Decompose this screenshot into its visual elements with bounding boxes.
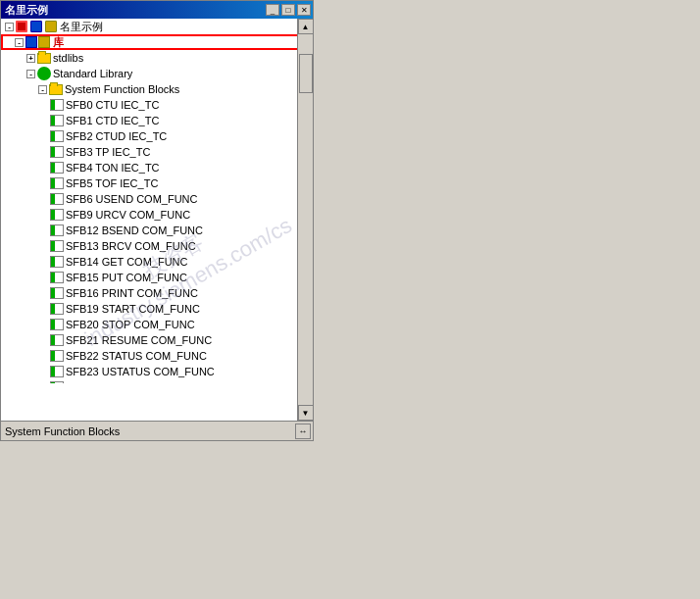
tree-item-sfb0[interactable]: SFB0 CTU IEC_TC — [1, 97, 299, 113]
main-container: 名里示例 _ □ ✕ - 名里示例 — [0, 0, 700, 599]
sfb0-label: SFB0 CTU IEC_TC — [66, 99, 159, 111]
sfb15-label: SFB15 PUT COM_FUNC — [66, 272, 187, 283]
scroll-track[interactable] — [298, 34, 313, 405]
tree-item-sfb14[interactable]: SFB14 GET COM_FUNC — [1, 254, 299, 270]
tree-item-sfb23[interactable]: SFB23 USTATUS COM_FUNC — [1, 364, 299, 379]
sfb19-label: SFB19 START COM_FUNC — [66, 303, 200, 315]
sfb16-block-icon — [50, 287, 64, 299]
tree-item-sfb22[interactable]: SFB22 STATUS COM_FUNC — [1, 348, 299, 364]
tree-item-sfb21[interactable]: SFB21 RESUME COM_FUNC — [1, 332, 299, 348]
expand-icon-root[interactable]: - — [5, 23, 14, 31]
sfb4-label: SFB4 TON IEC_TC — [66, 162, 160, 174]
tree-item-sfb1[interactable]: SFB1 CTD IEC_TC — [1, 113, 299, 128]
maximize-button[interactable]: □ — [281, 4, 295, 16]
tree-item-sfb6[interactable]: SFB6 USEND COM_FUNC — [1, 191, 299, 207]
standard-library-icon — [37, 67, 51, 80]
sfb-folder-icon — [49, 84, 63, 95]
tree-item-stdlibs[interactable]: + stdlibs — [1, 50, 299, 66]
sfb6-block-icon — [50, 193, 64, 205]
sfb29-label: SFB29 HS_COUNT COUNTERS — [66, 381, 225, 383]
tree-area[interactable]: - 名里示例 - 库 — [1, 19, 299, 383]
sfb2-block-icon — [50, 130, 64, 142]
sfb3-block-icon — [50, 146, 64, 158]
sfb1-label: SFB1 CTD IEC_TC — [66, 115, 159, 126]
status-text: System Function Blocks — [5, 425, 120, 437]
root-label: 名里示例 — [60, 20, 103, 34]
sfb13-block-icon — [50, 240, 64, 252]
sfb1-block-icon — [50, 115, 64, 126]
sfb0-block-icon — [50, 99, 64, 111]
sfb14-block-icon — [50, 256, 64, 268]
tree-item-sfb19[interactable]: SFB19 START COM_FUNC — [1, 301, 299, 317]
sfb14-label: SFB14 GET COM_FUNC — [66, 256, 188, 268]
ku-yellow-icon — [38, 36, 50, 48]
tree-item-ku[interactable]: - 库 — [1, 34, 299, 50]
root-red-icon — [16, 21, 27, 32]
sfb23-label: SFB23 USTATUS COM_FUNC — [66, 366, 215, 377]
sfb19-block-icon — [50, 303, 64, 315]
stdlibs-folder-icon — [37, 53, 51, 64]
sfb13-label: SFB13 BRCV COM_FUNC — [66, 240, 196, 252]
sfb5-block-icon — [50, 177, 64, 189]
sfb6-label: SFB6 USEND COM_FUNC — [66, 193, 197, 205]
sfb22-block-icon — [50, 350, 64, 362]
scroll-up-button[interactable]: ▲ — [298, 19, 314, 34]
root-yellow-icon — [45, 21, 57, 32]
close-button[interactable]: ✕ — [297, 4, 311, 16]
tree-item-sfb-folder[interactable]: - System Function Blocks — [1, 81, 299, 97]
sfb12-label: SFB12 BSEND COM_FUNC — [66, 225, 203, 236]
expand-icon-ku[interactable]: - — [15, 38, 24, 47]
panel: 名里示例 _ □ ✕ - 名里示例 — [0, 0, 314, 441]
tree-item-sfb13[interactable]: SFB13 BRCV COM_FUNC — [1, 238, 299, 254]
sfb20-label: SFB20 STOP COM_FUNC — [66, 319, 195, 330]
sfb9-block-icon — [50, 209, 64, 221]
scroll-down-button[interactable]: ▼ — [298, 405, 314, 421]
stdlibs-label: stdlibs — [53, 52, 83, 64]
sfb22-label: SFB22 STATUS COM_FUNC — [66, 350, 207, 362]
scroll-thumb[interactable] — [299, 54, 313, 93]
sfb-folder-label: System Function Blocks — [65, 83, 179, 95]
expand-icon-sfb[interactable]: - — [38, 85, 47, 94]
tree-item-sfb20[interactable]: SFB20 STOP COM_FUNC — [1, 317, 299, 332]
expand-icon-stdlib[interactable]: - — [26, 70, 35, 78]
standard-library-label: Standard Library — [53, 68, 132, 79]
minimize-button[interactable]: _ — [266, 4, 279, 16]
sfb16-label: SFB16 PRINT COM_FUNC — [66, 287, 198, 299]
tree-item-sfb29[interactable]: SFB29 HS_COUNT COUNTERS — [1, 379, 299, 383]
title-bar: 名里示例 _ □ ✕ — [1, 1, 314, 19]
sfb15-block-icon — [50, 272, 64, 283]
sfb12-block-icon — [50, 225, 64, 236]
tree-item-sfb15[interactable]: SFB15 PUT COM_FUNC — [1, 270, 299, 285]
tree-item-sfb16[interactable]: SFB16 PRINT COM_FUNC — [1, 285, 299, 301]
sfb3-label: SFB3 TP IEC_TC — [66, 146, 150, 158]
ku-blue-icon — [25, 36, 37, 48]
tree-item-sfb4[interactable]: SFB4 TON IEC_TC — [1, 160, 299, 175]
sfb21-block-icon — [50, 334, 64, 346]
status-icon-button[interactable]: ↔ — [295, 424, 311, 439]
title-controls: _ □ ✕ — [266, 4, 311, 16]
scrollbar-vertical[interactable]: ▲ ▼ — [297, 19, 313, 421]
tree-item-sfb9[interactable]: SFB9 URCV COM_FUNC — [1, 207, 299, 223]
sfb23-block-icon — [50, 366, 64, 377]
tree-content: - 名里示例 - 库 — [1, 19, 299, 421]
expand-icon-stdlibs[interactable]: + — [26, 54, 35, 63]
sfb5-label: SFB5 TOF IEC_TC — [66, 177, 158, 189]
sfb9-label: SFB9 URCV COM_FUNC — [66, 209, 190, 221]
tree-item-standard-library[interactable]: - Standard Library — [1, 66, 299, 81]
status-right: ↔ — [295, 424, 311, 439]
sfb4-block-icon — [50, 162, 64, 174]
sfb2-label: SFB2 CTUD IEC_TC — [66, 130, 167, 142]
tree-item-sfb12[interactable]: SFB12 BSEND COM_FUNC — [1, 223, 299, 238]
sfb29-block-icon — [50, 381, 64, 383]
tree-item-sfb2[interactable]: SFB2 CTUD IEC_TC — [1, 128, 299, 144]
window-title: 名里示例 — [5, 3, 48, 18]
tree-item-sfb3[interactable]: SFB3 TP IEC_TC — [1, 144, 299, 160]
root-blue-icon — [30, 21, 42, 32]
sfb21-label: SFB21 RESUME COM_FUNC — [66, 334, 212, 346]
tree-item-sfb5[interactable]: SFB5 TOF IEC_TC — [1, 175, 299, 191]
sfb20-block-icon — [50, 319, 64, 330]
tree-item-root[interactable]: - 名里示例 — [1, 19, 299, 34]
ku-label: 库 — [53, 35, 64, 50]
status-bar: System Function Blocks ↔ — [1, 421, 314, 440]
